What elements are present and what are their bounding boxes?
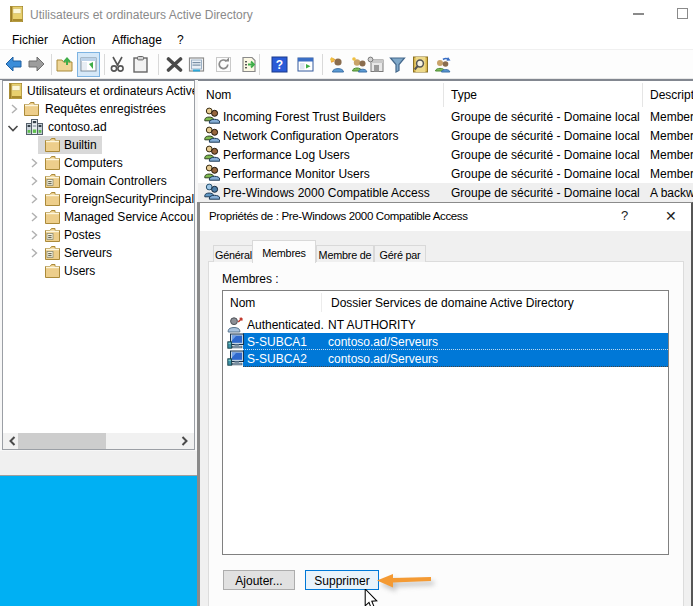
svg-text:?: ?: [276, 58, 283, 72]
